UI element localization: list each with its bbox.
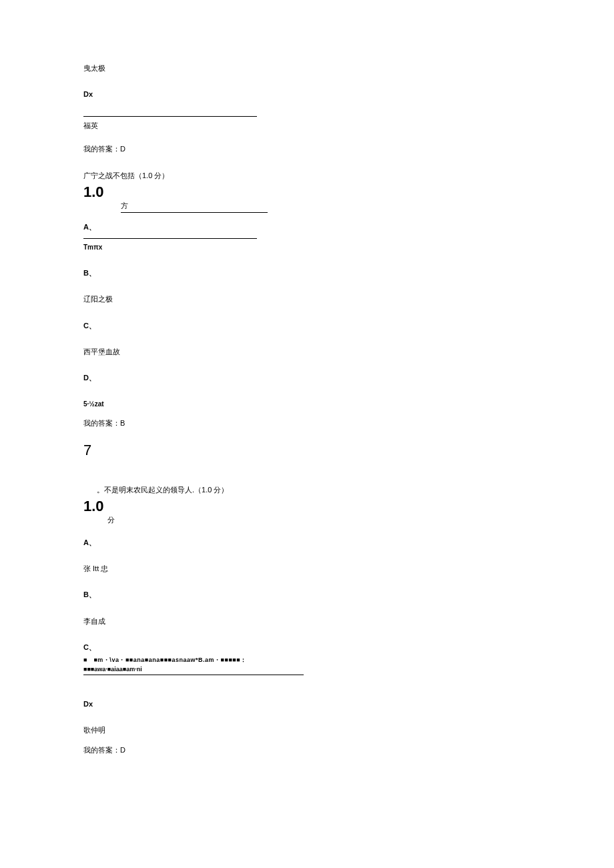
q7-stem: 。不是明末农民起义的领导人.（1.0 分） [97,485,531,495]
q7-score-block: 1.0 分 [83,499,531,525]
q7-option-c-label: C、 [83,642,531,653]
q6-option-b-label: B、 [83,268,531,278]
q7-option-a-text: 张 Itt 忠 [83,564,531,574]
q7-option-a-label: A、 [83,538,531,548]
q6-option-d-label: D、 [83,373,531,383]
q7-option-d-label: Dx [83,699,531,709]
q6-option-d-text: 5∙½zat [83,400,531,409]
q6-my-answer: 我的答案：B [83,418,531,428]
q7-score-sub: 分 [107,515,531,525]
q6-score-sub: 方 [107,201,531,213]
q7-number: 7 [83,440,531,461]
q5-option-d-text: 福英 [83,121,531,131]
q6-score-block: 1.0 方 [83,185,531,213]
q5-option-d-label: Dx [83,89,531,99]
q6-option-c-label: C、 [83,321,531,331]
divider [83,116,257,117]
q6-option-b-text: 辽阳之极 [83,294,531,304]
divider [83,238,257,239]
q7-score: 1.0 [83,499,531,514]
q7-option-c-garble2: ■■■awa∙■aiaa■am∙ni [83,665,304,675]
q7-option-b-text: 李自成 [83,616,531,626]
q6-option-c-text: 西平堡血故 [83,347,531,357]
q7-my-answer: 我的答案：D [83,745,531,755]
q7-option-c-garble1: ■ ■m・\va・■■ana■ana■■■asnaaw*B.am・■■■■■： [83,656,531,665]
q5-my-answer: 我的答案：D [83,144,531,154]
q7-option-b-label: B、 [83,590,531,600]
q5-option-c-text: 曳太极 [83,63,531,73]
q6-score: 1.0 [83,185,531,199]
q6-option-a-label: A、 [83,222,531,232]
q6-stem: 广宁之战不包括（1.0 分） [83,171,531,181]
q7-option-d-text: 歌仲明 [83,725,531,735]
q6-option-a-text: Tmπx [83,243,531,252]
